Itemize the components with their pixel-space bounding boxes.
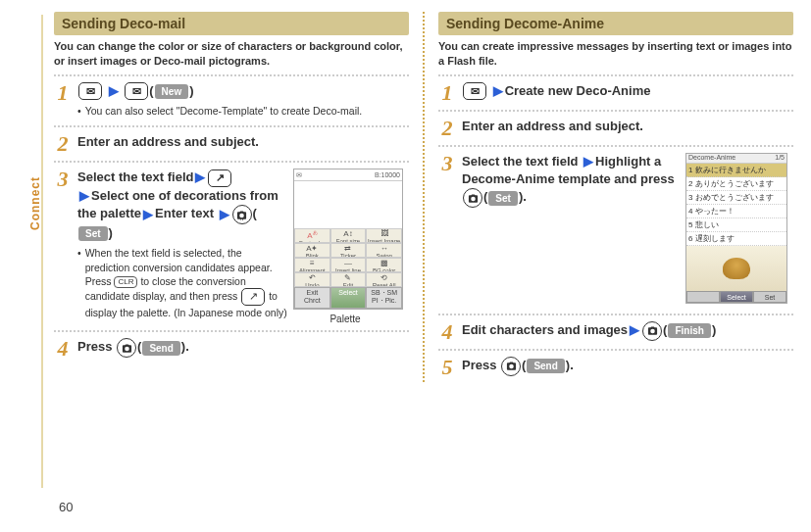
softkey-center: Select (330, 287, 367, 309)
shot2-title: Decome-Anime (688, 154, 735, 163)
camera-icon (117, 338, 136, 358)
heading-deco-mail: Sending Deco-mail (54, 12, 409, 35)
shot2-preview (686, 246, 786, 291)
pot-icon (723, 258, 750, 279)
page-number: 60 (59, 500, 73, 514)
call-icon: ↗ (208, 169, 231, 187)
softkey-right: Set (753, 291, 786, 303)
r-step-2: 2 Enter an address and subject. (438, 118, 793, 139)
divider-dots (54, 74, 409, 76)
lead-deco-mail: You can change the color or size of char… (54, 39, 409, 69)
shot2-list: 1 飲みに行きませんか 2 ありがとうございます 3 おめでとうございます 4 … (686, 164, 786, 246)
screenshot-template-list: Decome-Anime 1/5 1 飲みに行きませんか 2 ありがとうございま… (685, 153, 787, 304)
divider-dots (438, 314, 793, 315)
call-icon: ↗ (241, 288, 265, 306)
step-number: 2 (438, 118, 456, 139)
side-tab-connect: Connect (28, 176, 42, 230)
softkey-set: Set (78, 226, 108, 241)
mail-icon: ✉ (78, 82, 102, 100)
mail-icon: ✉ (125, 82, 148, 100)
softkey-right: SB・SMPI・Pic. (366, 287, 402, 309)
r-step4-title: Edit characters and images▶(Finish) (462, 321, 793, 341)
r-step-4: 4 Edit characters and images▶(Finish) (438, 321, 793, 343)
step-number: 1 (54, 82, 72, 121)
arrow-icon: ▶ (79, 188, 89, 203)
r-step-1: 1 ✉ ▶Create new Deco-Anime (438, 82, 793, 104)
step4-title: Press (Send). (77, 338, 409, 358)
step-number: 5 (438, 357, 456, 378)
mail-icon: ✉ (463, 82, 486, 100)
arrow-icon: ▶ (630, 322, 639, 337)
arrow-icon: ▶ (583, 154, 593, 169)
page-content: Sending Deco-mail You can change the col… (54, 12, 793, 382)
camera-icon (642, 321, 662, 341)
step2-title: Enter an address and subject. (77, 133, 409, 151)
divider-dots (438, 145, 793, 147)
screenshot-palette: ✉ B:10000 AあFont color A↕Font size 🖼Inse… (293, 169, 403, 310)
arrow-icon: ▶ (220, 207, 229, 221)
step-4: 4 Press (Send). (54, 338, 409, 360)
heading-decome-anime: Sending Decome-Anime (438, 12, 793, 35)
divider-dots (438, 110, 793, 112)
col-right: Sending Decome-Anime You can create impr… (438, 12, 793, 382)
arrow-icon: ▶ (143, 207, 153, 221)
step-1: 1 ✉ ▶ ✉(New) •You can also select "Decom… (54, 82, 409, 121)
divider-dots (54, 330, 409, 332)
step3-note: • When the text field is selected, the p… (77, 246, 287, 319)
step-number: 1 (438, 82, 456, 104)
r-step2-title: Enter an address and subject. (462, 118, 793, 135)
r-step1-title: ✉ ▶Create new Deco-Anime (462, 82, 793, 101)
divider-dots (438, 74, 793, 76)
camera-icon (501, 357, 521, 376)
softkey-send: Send (142, 341, 179, 356)
lead-decome-anime: You can create impressive messages by in… (438, 39, 793, 69)
arrow-icon: ▶ (195, 169, 205, 184)
r-step-3: 3 Decome-Anime 1/5 1 飲みに行きませんか 2 ありがとうござ… (438, 153, 793, 308)
step-3: 3 ✉ B:10000 AあFont color A↕Font size 🖼In… (54, 169, 409, 324)
shot-top-right: B:10000 (375, 171, 400, 178)
step-number: 3 (438, 153, 456, 308)
step1-note: •You can also select "Decome-Template" t… (77, 104, 409, 118)
arrow-icon: ▶ (493, 83, 503, 98)
shot-top-left: ✉ (296, 171, 302, 179)
step-2: 2 Enter an address and subject. (54, 133, 409, 155)
shot2-pager: 1/5 (775, 154, 785, 163)
clr-key: CLR (114, 276, 137, 288)
step-number: 2 (54, 133, 72, 155)
divider-dots (438, 349, 793, 351)
softkey-new: New (155, 84, 189, 99)
col-left: Sending Deco-mail You can change the col… (54, 12, 409, 382)
screenshot-caption: Palette (287, 314, 403, 324)
step-number: 3 (54, 169, 72, 324)
step-number: 4 (54, 338, 72, 360)
softkey-finish: Finish (668, 323, 710, 338)
softkey-send: Send (527, 359, 564, 373)
r-step5-title: Press (Send). (462, 357, 793, 376)
arrow-icon: ▶ (109, 83, 119, 98)
softkey-set: Set (488, 191, 518, 206)
step-number: 4 (438, 321, 456, 343)
softkey-left (686, 291, 720, 303)
column-divider (423, 12, 425, 382)
divider-dots (54, 125, 409, 127)
screenshot-palette-wrap: ✉ B:10000 AあFont color A↕Font size 🖼Inse… (287, 169, 403, 324)
side-rule (41, 15, 43, 488)
softkey-left: ExitChrct (294, 287, 330, 309)
softkey-center: Select (720, 291, 753, 303)
shot-text-area (294, 181, 402, 228)
shot-palette-grid: AあFont color A↕Font size 🖼Insert Image A… (294, 228, 402, 287)
camera-icon: TV (232, 205, 252, 224)
divider-dots (54, 161, 409, 163)
r-step-5: 5 Press (Send). (438, 357, 793, 378)
camera-icon (463, 188, 482, 208)
step1-title: ✉ ▶ ✉(New) (77, 82, 409, 101)
